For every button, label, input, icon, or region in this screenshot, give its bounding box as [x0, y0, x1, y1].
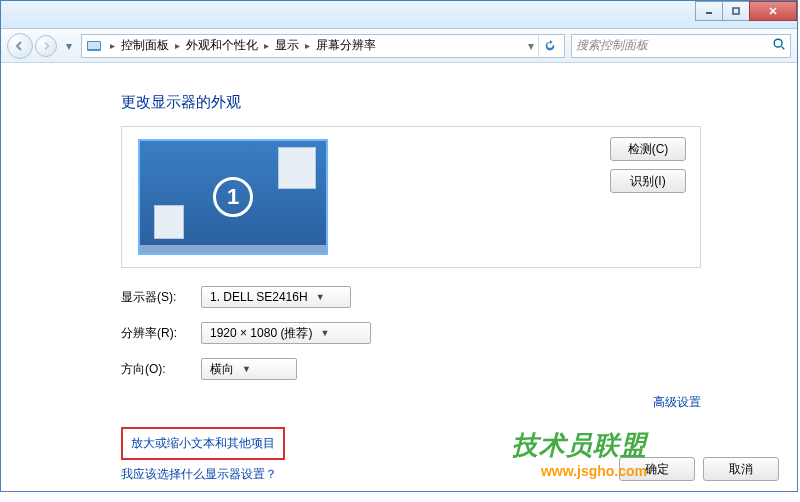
- orientation-label: 方向(O):: [121, 361, 201, 378]
- control-panel-icon: [86, 38, 102, 54]
- window-icon: [154, 205, 184, 239]
- navbar: ▾ ▸ 控制面板 ▸ 外观和个性化 ▸ 显示 ▸ 屏幕分辨率 ▾ 搜索控制面板: [1, 29, 797, 63]
- breadcrumb-seg-1[interactable]: 外观和个性化: [184, 37, 260, 54]
- page-title: 更改显示器的外观: [121, 93, 701, 112]
- svg-line-7: [782, 47, 785, 50]
- svg-rect-5: [88, 42, 100, 49]
- breadcrumb-dropdown[interactable]: ▾: [528, 39, 534, 53]
- titlebar: [1, 1, 797, 29]
- orientation-row: 方向(O): 横向 ▼: [121, 358, 701, 380]
- arrow-right-icon: [41, 41, 51, 51]
- breadcrumb[interactable]: ▸ 控制面板 ▸ 外观和个性化 ▸ 显示 ▸ 屏幕分辨率 ▾: [81, 34, 565, 58]
- minimize-icon: [704, 6, 714, 16]
- close-icon: [768, 6, 778, 16]
- svg-rect-1: [733, 8, 739, 14]
- chevron-down-icon: ▼: [320, 328, 329, 338]
- svg-point-6: [774, 39, 782, 47]
- advanced-settings-link[interactable]: 高级设置: [121, 394, 701, 411]
- chevron-right-icon: ▸: [301, 40, 314, 51]
- nav-back-button[interactable]: [7, 33, 33, 59]
- detect-button[interactable]: 检测(C): [610, 137, 686, 161]
- window-icon: [278, 147, 316, 189]
- window: ▾ ▸ 控制面板 ▸ 外观和个性化 ▸ 显示 ▸ 屏幕分辨率 ▾ 搜索控制面板: [0, 0, 798, 492]
- orientation-dropdown[interactable]: 横向 ▼: [201, 358, 297, 380]
- maximize-button[interactable]: [722, 1, 750, 21]
- chevron-right-icon: ▸: [106, 40, 119, 51]
- nav-history-dropdown[interactable]: ▾: [63, 39, 75, 53]
- chevron-right-icon: ▸: [260, 40, 273, 51]
- refresh-button[interactable]: [538, 35, 560, 57]
- content: 更改显示器的外观 1 检测(C) 识别(I): [1, 63, 797, 491]
- highlight-box: 放大或缩小文本和其他项目: [121, 427, 285, 460]
- display-preview-panel: 1 检测(C) 识别(I): [121, 126, 701, 268]
- footer-buttons: 确定 取消: [619, 457, 779, 481]
- display-row: 显示器(S): 1. DELL SE2416H ▼: [121, 286, 701, 308]
- search-placeholder: 搜索控制面板: [576, 37, 772, 54]
- identify-button[interactable]: 识别(I): [610, 169, 686, 193]
- search-input[interactable]: 搜索控制面板: [571, 34, 791, 58]
- breadcrumb-seg-0[interactable]: 控制面板: [119, 37, 171, 54]
- close-button[interactable]: [749, 1, 797, 21]
- scale-text-link[interactable]: 放大或缩小文本和其他项目: [131, 436, 275, 450]
- monitor-thumbnail[interactable]: 1: [138, 139, 328, 255]
- chevron-right-icon: ▸: [171, 40, 184, 51]
- display-label: 显示器(S):: [121, 289, 201, 306]
- monitor-number: 1: [213, 177, 253, 217]
- chevron-down-icon: ▼: [316, 292, 325, 302]
- arrow-left-icon: [14, 40, 26, 52]
- display-dropdown[interactable]: 1. DELL SE2416H ▼: [201, 286, 351, 308]
- which-settings-link[interactable]: 我应该选择什么显示器设置？: [121, 467, 277, 481]
- cancel-button[interactable]: 取消: [703, 457, 779, 481]
- search-icon: [772, 37, 786, 54]
- minimize-button[interactable]: [695, 1, 723, 21]
- maximize-icon: [731, 6, 741, 16]
- resolution-label: 分辨率(R):: [121, 325, 201, 342]
- breadcrumb-seg-3[interactable]: 屏幕分辨率: [314, 37, 378, 54]
- chevron-down-icon: ▼: [242, 364, 251, 374]
- taskbar-icon: [140, 245, 326, 253]
- refresh-icon: [543, 39, 557, 53]
- resolution-dropdown[interactable]: 1920 × 1080 (推荐) ▼: [201, 322, 371, 344]
- nav-forward-button[interactable]: [35, 35, 57, 57]
- breadcrumb-seg-2[interactable]: 显示: [273, 37, 301, 54]
- ok-button[interactable]: 确定: [619, 457, 695, 481]
- resolution-row: 分辨率(R): 1920 × 1080 (推荐) ▼: [121, 322, 701, 344]
